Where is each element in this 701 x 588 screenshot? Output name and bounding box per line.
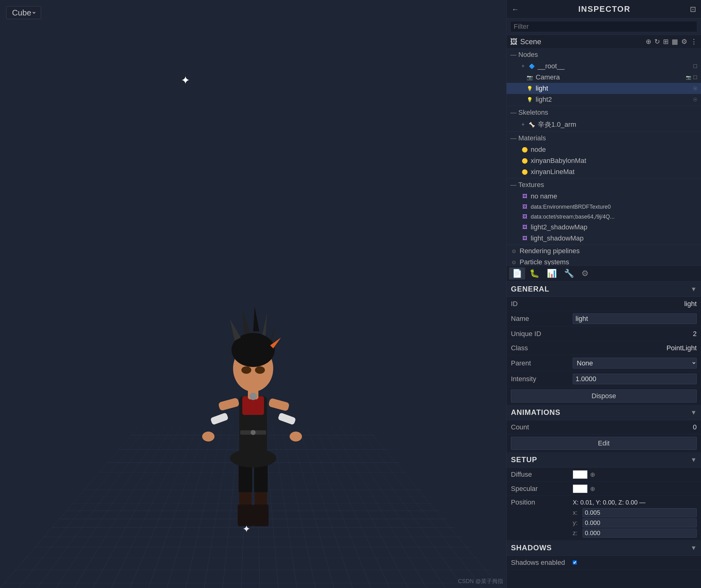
- svg-marker-22: [270, 324, 276, 341]
- expand-arm[interactable]: +: [521, 122, 525, 128]
- svg-point-25: [255, 366, 265, 374]
- svg-point-24: [241, 366, 251, 374]
- setup-chevron: ▼: [691, 456, 697, 463]
- edit-button[interactable]: Edit: [511, 437, 697, 450]
- tab-stats[interactable]: 📊: [544, 267, 560, 279]
- root-visibility[interactable]: ☐: [693, 63, 697, 69]
- scene-select[interactable]: Cube: [11, 8, 36, 18]
- intensity-label: Intensity: [511, 375, 573, 383]
- tree-item-env-brdf[interactable]: 🖼 data:EnvironmentBRDFTexture0: [507, 202, 701, 212]
- shadows-section-header[interactable]: SHADOWS ▼: [507, 540, 701, 556]
- root-icon: 🔷: [528, 63, 535, 69]
- xinyan-babylon-label: xinyanBabylonMat: [531, 157, 586, 165]
- refresh-btn[interactable]: ↻: [654, 38, 660, 46]
- add-scene-btn[interactable]: ⊕: [646, 38, 651, 46]
- scene-tree: — Nodes + 🔷 __root__ ☐ 📷 Camera 📷 ☐ 💡 li…: [507, 49, 701, 265]
- parent-label: Parent: [511, 359, 573, 367]
- diffuse-swatch[interactable]: [573, 470, 588, 479]
- tree-item-light[interactable]: 💡 light ☉: [507, 83, 701, 94]
- inspector-tabs: 📄 🐛 📊 🔧 ⚙: [507, 265, 701, 281]
- octet-label: data:octet/stream;base64,/9j/4Q...: [531, 214, 615, 220]
- skeletons-group[interactable]: — Skeletons: [507, 107, 701, 119]
- specular-add-icon[interactable]: ⊕: [590, 485, 595, 493]
- tree-item-xinyan-line[interactable]: 🟡 xinyanLineMat: [507, 166, 701, 177]
- svg-point-14: [290, 432, 302, 441]
- shadows-enabled-checkbox[interactable]: [573, 561, 577, 565]
- count-label: Count: [511, 423, 573, 431]
- intensity-input[interactable]: [573, 374, 697, 384]
- camera-visibility[interactable]: ☐: [693, 74, 697, 80]
- scene-dropdown[interactable]: Cube: [6, 6, 41, 19]
- tree-item-rendering[interactable]: ⊙ Rendering pipelines: [507, 245, 701, 256]
- light2-icon: 💡: [526, 96, 533, 103]
- textures-group[interactable]: — Textures: [507, 179, 701, 191]
- svg-marker-21: [262, 313, 267, 336]
- tree-item-node-mat[interactable]: 🟡 node: [507, 144, 701, 155]
- name-input[interactable]: [573, 314, 697, 324]
- light-visibility[interactable]: ☉: [693, 85, 697, 91]
- tab-tools[interactable]: 🔧: [561, 267, 577, 279]
- camera-mini-icon: 📷: [686, 75, 691, 80]
- layout-btn[interactable]: ▦: [672, 38, 678, 46]
- svg-rect-2: [238, 505, 253, 526]
- id-value: light: [573, 300, 697, 308]
- svg-rect-11: [210, 412, 229, 425]
- tree-item-octet[interactable]: 🖼 data:octet/stream;base64,/9j/4Q...: [507, 212, 701, 222]
- back-button[interactable]: ←: [511, 5, 519, 14]
- tree-item-light2-shadow[interactable]: 🖼 light2_shadowMap: [507, 222, 701, 233]
- grid-btn[interactable]: ⊞: [663, 38, 669, 46]
- nodes-group[interactable]: — Nodes: [507, 49, 701, 60]
- filter-input[interactable]: [510, 21, 697, 32]
- setup-section-header[interactable]: SETUP ▼: [507, 452, 701, 467]
- nodes-collapse: —: [510, 51, 516, 58]
- class-label: Class: [511, 344, 573, 352]
- expand-root[interactable]: +: [521, 63, 525, 69]
- octet-icon: 🖼: [521, 213, 528, 220]
- x-input[interactable]: [582, 508, 697, 517]
- svg-marker-20: [253, 307, 259, 332]
- unique-id-value: 2: [573, 330, 697, 338]
- light2-visibility[interactable]: ☉: [693, 97, 697, 103]
- rendering-label: Rendering pipelines: [519, 247, 579, 255]
- name-label: Name: [511, 315, 573, 323]
- tree-item-xinyan-babylon[interactable]: 🟡 xinyanBabylonMat: [507, 155, 701, 166]
- tree-item-root[interactable]: + 🔷 __root__ ☐: [507, 60, 701, 72]
- animations-chevron: ▼: [691, 409, 697, 416]
- pin-button[interactable]: ⊡: [690, 5, 696, 14]
- tree-item-no-name[interactable]: 🖼 no name: [507, 191, 701, 202]
- materials-group[interactable]: — Materials: [507, 132, 701, 144]
- animations-title: ANIMATIONS: [511, 408, 560, 417]
- tab-properties[interactable]: 📄: [509, 267, 525, 279]
- camera-label: Camera: [536, 73, 560, 81]
- unique-id-label: Unique ID: [511, 330, 573, 338]
- specular-swatch[interactable]: [573, 484, 588, 493]
- properties-panel: GENERAL ▼ ID light Name Unique ID 2 Clas…: [507, 281, 701, 588]
- y-input[interactable]: [582, 519, 697, 528]
- scene-more-btn[interactable]: ⋮: [691, 38, 697, 46]
- class-value: PointLight: [573, 344, 697, 352]
- no-name-label: no name: [531, 192, 557, 200]
- tree-item-arm[interactable]: + 🦴 辛炎1.0_arm: [507, 119, 701, 131]
- tree-item-camera[interactable]: 📷 Camera 📷 ☐: [507, 72, 701, 83]
- id-label: ID: [511, 300, 573, 308]
- prop-count: Count 0: [507, 420, 701, 434]
- env-brdf-icon: 🖼: [521, 203, 528, 210]
- z-input[interactable]: [582, 529, 697, 538]
- tree-item-light2[interactable]: 💡 light2 ☉: [507, 94, 701, 105]
- shadows-chevron: ▼: [691, 544, 697, 552]
- parent-select[interactable]: None: [573, 358, 697, 369]
- general-section-header[interactable]: GENERAL ▼: [507, 281, 701, 297]
- tree-item-particles[interactable]: ⊙ Particle systems: [507, 256, 701, 265]
- tab-debug[interactable]: 🐛: [526, 267, 542, 279]
- textures-collapse: —: [510, 181, 516, 189]
- diffuse-label: Diffuse: [511, 470, 573, 478]
- diffuse-add-icon[interactable]: ⊕: [590, 471, 595, 478]
- scene-settings-btn[interactable]: ⚙: [681, 38, 687, 46]
- svg-marker-18: [230, 319, 241, 341]
- light-icon: 💡: [526, 85, 533, 92]
- tree-item-light-shadow[interactable]: 🖼 light_shadowMap: [507, 233, 701, 244]
- dispose-button[interactable]: Dispose: [511, 390, 697, 402]
- animations-section-header[interactable]: ANIMATIONS ▼: [507, 405, 701, 420]
- character-model: ✦: [188, 273, 318, 551]
- tab-settings[interactable]: ⚙: [578, 267, 592, 279]
